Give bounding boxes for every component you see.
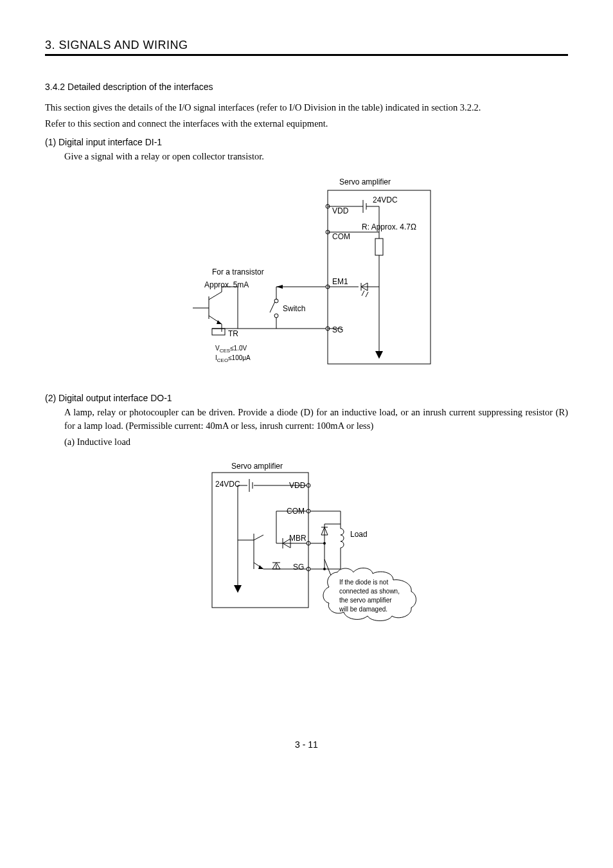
label-for-transistor: For a transistor [212,267,264,276]
svg-marker-58 [234,585,242,593]
label-tr: TR [228,329,238,338]
label-com: COM [332,232,350,241]
label-mbr: MBR [289,534,306,543]
subsection-1-heading: (1) Digital input interface DI-1 [45,137,568,147]
label-approx-5ma: Approx. 5mA [204,280,249,289]
label-iceo: ICEO≤100μA [215,354,251,363]
label-24vdc-2: 24VDC [215,480,240,489]
svg-line-15 [362,291,364,296]
svg-line-61 [254,535,263,540]
label-24vdc: 24VDC [373,195,398,204]
intro-paragraph-2: Refer to this section and connect the in… [45,117,568,131]
label-load: Load [350,530,368,539]
label-switch: Switch [283,304,305,313]
label-vdd-2: VDD [289,481,305,490]
svg-marker-22 [276,285,283,289]
label-vces: VCES≤1.0V [215,345,247,354]
label-sg: SG [332,325,343,334]
svg-rect-33 [212,329,225,335]
subsection-2-heading: (2) Digital output interface DO-1 [45,393,568,403]
svg-rect-10 [375,239,383,255]
note-line-3: the servo amplifier [339,597,392,604]
svg-point-26 [274,314,278,318]
svg-line-36 [209,292,222,300]
svg-marker-18 [375,351,383,359]
chapter-title: 3. SIGNALS AND WIRING [45,39,568,56]
section-heading: 3.4.2 Detailed description of the interf… [45,82,568,92]
note-line-1: If the diode is not [339,579,388,586]
label-em1: EM1 [332,277,348,286]
label-servo-amplifier-2: Servo amplifier [231,462,283,471]
svg-point-78 [323,542,326,545]
svg-line-80 [324,559,331,575]
subsection-2a-heading: (a) Inductive load [45,435,568,449]
note-line-4: will be damaged. [339,606,387,613]
note-line-2: connected as shown, [339,588,400,595]
subsection-2-text: A lamp, relay or photocoupler can be dri… [45,406,568,433]
subsection-1-text: Give a signal with a relay or open colle… [45,150,568,163]
label-r-approx: R: Approx. 4.7Ω [362,222,416,231]
diagram-di1: Servo amplifier VDD 24VDC COM R: Approx.… [173,171,443,377]
svg-line-25 [270,302,275,312]
label-servo-amplifier: Servo amplifier [339,177,391,186]
diagram-do1: Servo amplifier 24VDC VDD COM MBR SG Loa… [193,457,450,624]
page-number: 3 - 11 [45,739,568,750]
label-com-2: COM [287,507,305,516]
intro-paragraph-1: This section gives the details of the I/… [45,101,568,114]
svg-point-79 [323,568,326,570]
label-sg-2: SG [293,563,304,572]
svg-marker-40 [217,320,222,324]
svg-line-16 [366,292,368,297]
label-vdd: VDD [332,206,348,215]
